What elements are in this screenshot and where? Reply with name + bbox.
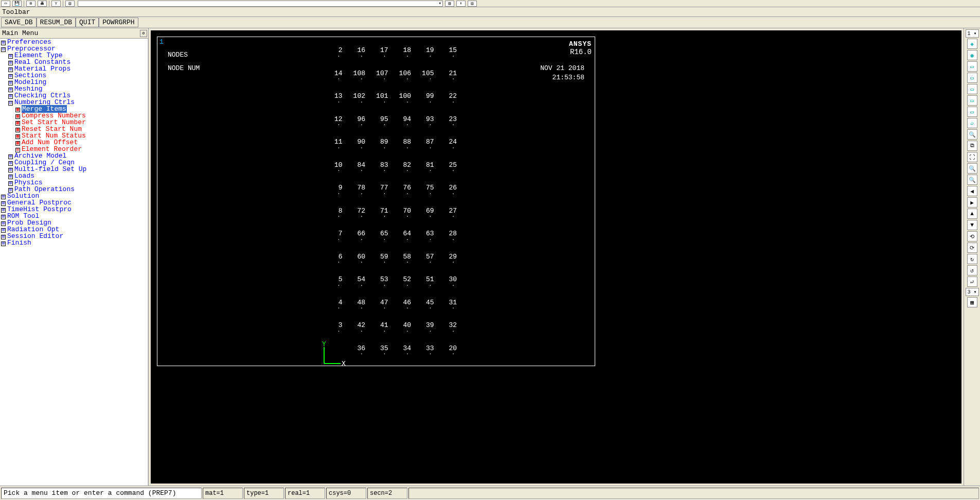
expand-icon[interactable]: ⊞ xyxy=(1,221,6,226)
pan-down-icon[interactable]: ▼ xyxy=(967,220,977,230)
node-number: 57. xyxy=(411,253,434,276)
expand-icon[interactable]: ⊞ xyxy=(8,181,13,186)
right-view-icon[interactable]: ▭ xyxy=(967,84,977,94)
node-number: 29. xyxy=(434,253,457,276)
expand-icon[interactable]: ⊞ xyxy=(1,208,6,213)
expand-icon[interactable]: ⊞ xyxy=(8,81,13,85)
expand-icon[interactable]: ⊞ xyxy=(1,235,6,239)
left-view-icon[interactable]: ▭ xyxy=(967,107,977,117)
node-number: 75. xyxy=(411,184,434,207)
expand-icon[interactable]: ▦ xyxy=(15,141,20,146)
rotate-z-icon[interactable]: ↻ xyxy=(967,254,977,264)
logo-text: ANSYS xyxy=(569,40,592,48)
rotate-zc-icon[interactable]: ⤾ xyxy=(967,277,977,287)
zoom-fit-icon[interactable]: ⛶ xyxy=(967,152,977,162)
expand-icon[interactable]: ⊞ xyxy=(8,88,13,92)
expand-icon[interactable]: ⊞ xyxy=(8,161,13,166)
node-number: 52. xyxy=(388,275,412,299)
expand-icon[interactable]: ⊞ xyxy=(8,154,13,159)
save-db-button[interactable]: SAVE_DB xyxy=(1,18,37,27)
node-number: 106. xyxy=(388,70,412,93)
expand-icon[interactable]: ⊞ xyxy=(8,175,13,179)
expand-icon[interactable]: ⊟ xyxy=(8,101,13,106)
filter-icon[interactable]: Y xyxy=(51,1,61,7)
node-number: 18. xyxy=(388,46,412,70)
node-number: 76. xyxy=(388,184,412,207)
expand-icon[interactable]: ⊞ xyxy=(1,215,6,219)
node-row: 8.72.71.70.69.27. xyxy=(319,207,457,230)
powrgrph-button[interactable]: POWRGRPH xyxy=(99,18,138,27)
expand-icon[interactable]: ⊞ xyxy=(1,195,6,199)
zoom-in-icon[interactable]: 🔍 xyxy=(967,129,977,140)
expand-icon[interactable]: ⊞ xyxy=(1,41,6,45)
tool-c-icon[interactable]: ▤ xyxy=(468,1,477,7)
zoom-out-icon[interactable]: 🔍 xyxy=(967,175,977,185)
rotate-y-icon[interactable]: ⟳ xyxy=(967,243,977,253)
node-number: 58. xyxy=(388,253,412,276)
command-combo[interactable] xyxy=(78,1,443,7)
node-number: 108. xyxy=(343,70,366,93)
report-icon[interactable]: ▤ xyxy=(65,1,75,7)
version-text: R16.0 xyxy=(569,48,592,56)
ansys-logo: ANSYS R16.0 xyxy=(569,40,592,56)
multi-plot-icon[interactable]: ▦ xyxy=(967,297,977,307)
expand-icon[interactable]: ⊞ xyxy=(8,54,13,59)
expand-icon[interactable]: ▦ xyxy=(15,121,20,126)
expand-icon[interactable]: ⊟ xyxy=(1,47,6,52)
tree-item-label: Finish xyxy=(7,239,31,247)
node-number: 6. xyxy=(319,253,343,276)
rotate-yc-icon[interactable]: ↺ xyxy=(967,265,977,275)
save-icon[interactable]: 💾 xyxy=(12,1,22,7)
expand-icon[interactable]: ⊞ xyxy=(1,228,6,233)
command-prompt[interactable]: Pick a menu item or enter a command (PRE… xyxy=(1,488,202,499)
expand-icon[interactable]: ▦ xyxy=(15,114,20,119)
node-number: 69. xyxy=(411,207,434,230)
expand-icon[interactable]: ▦ xyxy=(15,108,20,112)
iso-view-icon[interactable]: ◈ xyxy=(967,39,977,49)
resum-db-button[interactable]: RESUM_DB xyxy=(37,18,76,27)
pan-left-icon[interactable]: ◀ xyxy=(967,186,977,196)
fit-view-icon[interactable]: ◉ xyxy=(967,50,977,60)
expand-icon[interactable]: ▦ xyxy=(15,134,20,139)
node-number: 53. xyxy=(365,275,388,299)
oblique-view-icon[interactable]: ▱ xyxy=(967,118,977,128)
back-view-icon[interactable]: ▭ xyxy=(967,95,977,106)
print-icon[interactable]: 🖶 xyxy=(38,1,47,7)
expand-icon[interactable]: ⊞ xyxy=(1,242,6,246)
node-number: 31. xyxy=(434,299,457,322)
plot-labels: NODES NODE NUM xyxy=(168,48,200,75)
quit-button[interactable]: QUIT xyxy=(76,18,99,27)
pan-up-icon[interactable]: ▲ xyxy=(967,209,977,219)
expand-icon[interactable]: ⊞ xyxy=(1,201,6,206)
window-select-bot[interactable]: 3 ▾ xyxy=(966,288,979,296)
node-number: 13. xyxy=(319,92,343,115)
main-menu-tree[interactable]: ⊞Preferences⊟Preprocessor⊞Element Type⊞R… xyxy=(0,39,148,486)
expand-icon[interactable]: ⊞ xyxy=(8,168,13,173)
pan-right-icon[interactable]: ▶ xyxy=(967,197,977,208)
collapse-icon[interactable]: ⊘ xyxy=(140,30,147,37)
window-select-top[interactable]: 1 ▾ xyxy=(966,29,979,38)
tree-item[interactable]: ⊞Finish xyxy=(0,239,148,246)
tool-b-icon[interactable]: ⬆ xyxy=(456,1,466,7)
expand-icon[interactable]: ⊞ xyxy=(8,74,13,79)
node-row: 9.78.77.76.75.26. xyxy=(319,184,457,207)
toolbar-label: Toolbar xyxy=(2,8,30,16)
zoom-box-icon[interactable]: ⧉ xyxy=(967,141,977,151)
rotate-x-icon[interactable]: ⟲ xyxy=(967,231,977,242)
node-number: 90. xyxy=(343,138,366,161)
graphics-viewport[interactable]: 1 NODES NODE NUM ANSYS R16.0 NOV 21 2018… xyxy=(151,30,961,484)
expand-icon[interactable]: ⊞ xyxy=(8,94,13,99)
front-view-icon[interactable]: ▭ xyxy=(967,61,977,72)
pan-icon[interactable]: ⊞ xyxy=(26,1,35,7)
node-number: 47. xyxy=(365,299,388,322)
node-number: 88. xyxy=(388,138,412,161)
expand-icon[interactable]: ⊞ xyxy=(8,61,13,65)
open-icon[interactable]: ▭ xyxy=(1,1,10,7)
expand-icon[interactable]: ⊞ xyxy=(8,67,13,72)
zoom-win-icon[interactable]: 🔍 xyxy=(967,163,977,174)
top-view-icon[interactable]: ▭ xyxy=(967,73,977,83)
tool-a-icon[interactable]: ▥ xyxy=(445,1,454,7)
node-number: 40. xyxy=(388,321,412,344)
expand-icon[interactable]: ▦ xyxy=(15,128,20,132)
node-number: 96. xyxy=(343,115,366,139)
